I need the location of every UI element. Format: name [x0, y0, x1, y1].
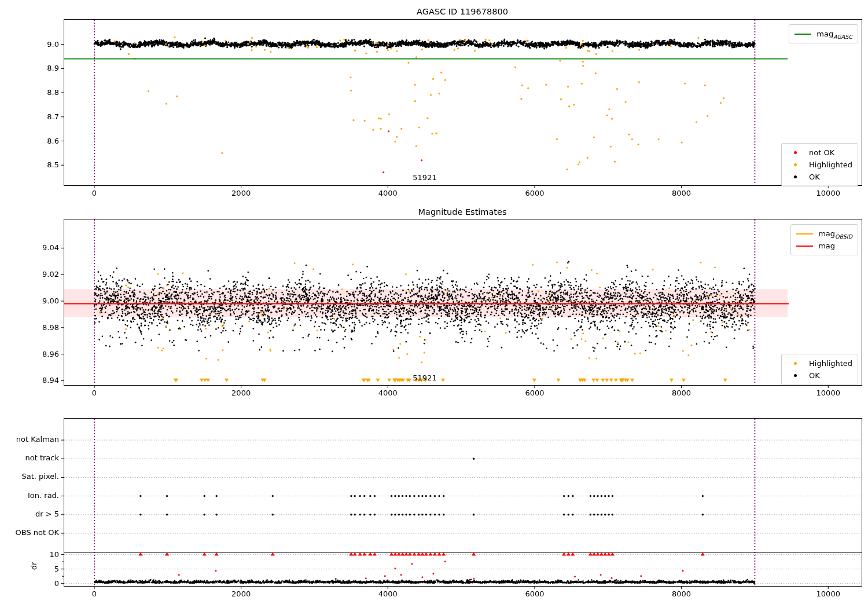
x-tick-label: 10000 — [808, 589, 848, 598]
plot1-ytick-label: 8.7 — [24, 112, 59, 121]
plot2-ytick-label: 9.02 — [24, 270, 59, 279]
legend-item-not-ok: not OK — [787, 146, 852, 159]
plot2-ytick-label: 8.94 — [24, 376, 59, 384]
x-tick-label: 4000 — [367, 589, 408, 598]
plot2-ytick-label: 9.00 — [24, 296, 59, 305]
plot3-flag-label: not track — [2, 453, 59, 462]
mag-agasc-line-swatch — [795, 34, 811, 35]
x-tick-label: 0 — [74, 389, 115, 397]
plot1-ytick-label: 8.6 — [24, 137, 59, 145]
plot1-ytick-label: 9.0 — [24, 40, 59, 49]
x-tick-label: 4000 — [367, 189, 408, 197]
highlighted-dot-swatch — [787, 362, 804, 365]
legend-item-mag: mag — [796, 240, 852, 252]
plot2-legend-lines: magOBSID mag — [790, 224, 858, 255]
x-tick-label: 2000 — [221, 589, 262, 598]
x-tick-label: 8000 — [661, 189, 702, 197]
highlighted-dot-swatch — [787, 163, 804, 166]
x-tick-label: 4000 — [367, 389, 408, 397]
plot3-dr-tick-label: 0 — [24, 579, 59, 588]
x-tick-label: 2000 — [221, 189, 262, 197]
plot1-title: AGASC ID 119678800 — [417, 7, 508, 16]
plot2-annotation: 51921 — [413, 373, 436, 382]
plot1-legend-line: magAGASC — [789, 24, 858, 43]
legend-item-ok: OK — [787, 171, 852, 183]
plot1-ytick-label: 8.9 — [24, 64, 59, 72]
plot3-flag-label: OBS not OK — [2, 528, 59, 537]
x-tick-label: 6000 — [514, 589, 555, 598]
chart-canvas — [0, 0, 868, 608]
ok-dot-swatch — [787, 175, 804, 178]
mag-obsid-line-swatch — [796, 233, 813, 235]
plot3-flag-label: dr > 5 — [2, 510, 59, 518]
x-tick-label: 6000 — [514, 389, 555, 397]
ok-dot-swatch — [787, 374, 804, 377]
figure: AGASC ID 119678800 Magnitude Estimates 5… — [0, 0, 868, 608]
plot1-ytick-label: 8.8 — [24, 88, 59, 97]
plot1-ytick-label: 8.5 — [24, 160, 59, 169]
plot2-ytick-label: 8.98 — [24, 323, 59, 332]
plot3-flag-label: Sat. pixel. — [2, 472, 59, 481]
legend-label: mag — [818, 241, 835, 250]
x-tick-label: 8000 — [661, 589, 702, 598]
legend-item-mag-agasc: magAGASC — [795, 28, 852, 40]
plot1-annotation: 51921 — [413, 173, 436, 182]
plot2-ytick-label: 9.04 — [24, 243, 59, 252]
legend-item-mag-obsid: magOBSID — [796, 228, 852, 240]
x-tick-label: 6000 — [514, 189, 555, 197]
x-tick-label: 10000 — [808, 389, 848, 397]
x-tick-label: 8000 — [661, 389, 702, 397]
plot3-dr-tick-label: 10 — [24, 550, 59, 559]
x-tick-label: 0 — [74, 589, 115, 598]
plot3-flag-label: not Kalman — [2, 435, 59, 444]
plot2-ytick-label: 8.96 — [24, 350, 59, 358]
mag-line-swatch — [796, 246, 813, 247]
plot3-dr-tick-label: 5 — [24, 565, 59, 573]
x-tick-label: 10000 — [808, 189, 848, 197]
legend-label: magOBSID — [818, 229, 852, 238]
plot2-legend-markers: Highlighted OK — [781, 354, 858, 385]
legend-item-highlighted: Highlighted — [787, 159, 852, 171]
legend-item-ok: OK — [787, 369, 852, 382]
legend-item-highlighted: Highlighted — [787, 357, 852, 369]
x-tick-label: 0 — [74, 189, 115, 197]
plot1-legend-markers: not OK Highlighted OK — [781, 143, 858, 186]
not-ok-dot-swatch — [787, 151, 804, 154]
plot2-title: Magnitude Estimates — [418, 207, 506, 217]
legend-label: magAGASC — [816, 30, 852, 38]
plot3-flag-label: Ion. rad. — [2, 491, 59, 500]
x-tick-label: 2000 — [221, 389, 262, 397]
